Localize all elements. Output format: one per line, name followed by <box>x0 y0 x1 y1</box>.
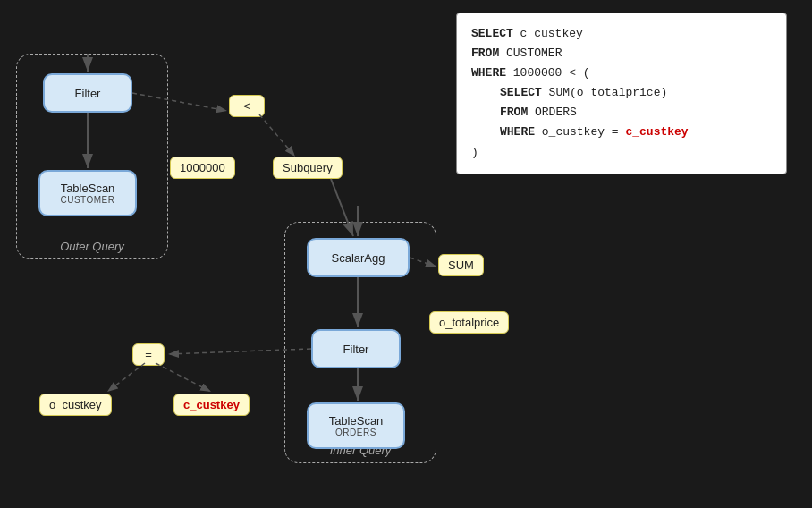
sql-line5-kw: FROM <box>500 106 528 119</box>
sql-line6-kw: WHERE <box>500 125 535 139</box>
diagram-area: SELECT c_custkey FROM CUSTOMER WHERE 100… <box>0 0 812 508</box>
sql-line6-part1: o_custkey = <box>535 125 625 139</box>
svg-line-12 <box>107 363 145 392</box>
sql-line7: ) <box>471 146 478 159</box>
outer-query-label: Outer Query <box>17 240 167 253</box>
sql-line1-kw: SELECT <box>471 27 513 40</box>
svg-line-13 <box>156 363 211 392</box>
sql-line3-rest: 1000000 < ( <box>506 66 590 80</box>
o-totalprice-label: o_totalprice <box>429 311 509 334</box>
c-custkey-label: c_custkey <box>173 394 250 416</box>
less-than-label: < <box>229 95 265 117</box>
sql-line1-rest: c_custkey <box>513 27 583 40</box>
equals-label: = <box>132 343 165 366</box>
svg-line-8 <box>259 114 295 157</box>
one-million-label: 1000000 <box>170 157 235 179</box>
scalar-agg-label: ScalarAgg <box>332 251 385 265</box>
sql-line4-kw: SELECT <box>500 86 542 99</box>
tablescan-customer-label: TableScan <box>61 182 115 195</box>
sql-code-box: SELECT c_custkey FROM CUSTOMER WHERE 100… <box>456 13 787 174</box>
sum-label: SUM <box>438 254 484 276</box>
sql-line4-rest: SUM(o_totalprice) <box>542 86 667 99</box>
sql-line3-kw: WHERE <box>471 66 506 80</box>
filter-inner-label: Filter <box>343 343 369 356</box>
filter-outer-node: Filter <box>43 73 132 113</box>
sql-line2-kw: FROM <box>471 47 499 60</box>
o-custkey-label: o_custkey <box>39 394 112 416</box>
sql-line5-rest: ORDERS <box>528 106 577 119</box>
tablescan-customer-node: TableScan CUSTOMER <box>38 170 137 216</box>
sql-line6-red: c_custkey <box>625 125 688 139</box>
sql-line2-rest: CUSTOMER <box>499 47 562 60</box>
tablescan-orders-sub: ORDERS <box>335 428 376 437</box>
filter-outer-label: Filter <box>75 87 101 100</box>
tablescan-customer-sub: CUSTOMER <box>60 195 114 205</box>
tablescan-orders-node: TableScan ORDERS <box>307 402 405 449</box>
filter-inner-node: Filter <box>311 329 401 368</box>
tablescan-orders-label: TableScan <box>329 414 384 428</box>
scalar-agg-node: ScalarAgg <box>307 238 410 277</box>
subquery-label: Subquery <box>273 157 343 179</box>
